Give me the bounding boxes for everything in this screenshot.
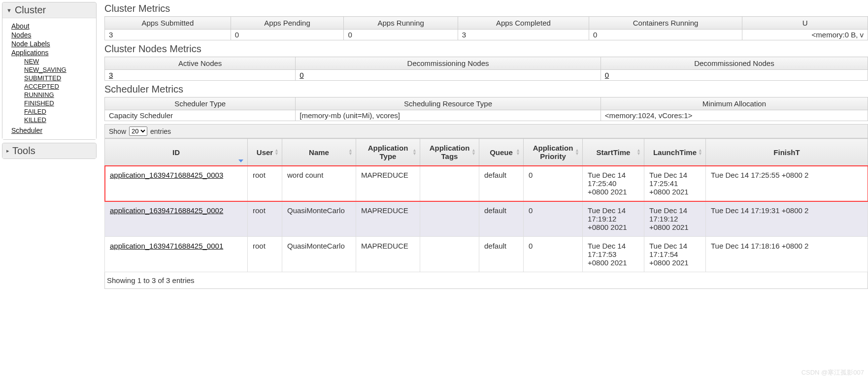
sidebar-state-new-saving[interactable]: NEW_SAVING: [24, 66, 91, 73]
col-apptype[interactable]: Application Type▲▼: [356, 139, 420, 166]
cell-queue: default: [479, 237, 524, 272]
cell-tags: [420, 237, 479, 272]
sm-v-type: Capacity Scheduler: [105, 110, 296, 121]
sidebar-state-running[interactable]: RUNNING: [24, 91, 91, 98]
triangle-right-icon: ▸: [6, 148, 9, 154]
cluster-metrics-title: Cluster Metrics: [104, 3, 868, 14]
cm-v-unknown: <memory:0 B, v: [742, 30, 868, 40]
cm-h-unknown[interactable]: U: [742, 17, 868, 30]
cell-launch: Tue Dec 14 17:17:54 +0800 2021: [644, 237, 706, 272]
sidebar-tools-box: ▸ Tools: [2, 143, 97, 159]
sm-h-minalloc[interactable]: Minimum Allocation: [601, 97, 868, 110]
cell-start: Tue Dec 14 17:19:12 +0800 2021: [583, 201, 644, 237]
cell-name: word count: [282, 166, 356, 201]
sidebar-link-scheduler[interactable]: Scheduler: [11, 127, 91, 134]
sort-icon: ▲▼: [516, 149, 520, 156]
sidebar: ▼ Cluster About Nodes Node Labels Applic…: [0, 0, 99, 289]
cell-priority: 0: [524, 201, 583, 237]
cm-v-pending: 0: [231, 30, 344, 40]
cell-type: MAPREDUCE: [356, 201, 420, 237]
nm-h-decommissioned[interactable]: Decommissioned Nodes: [601, 57, 868, 70]
sort-desc-icon: [238, 159, 243, 162]
cm-h-pending[interactable]: Apps Pending: [231, 17, 344, 30]
cell-priority: 0: [524, 237, 583, 272]
sidebar-state-finished[interactable]: FINISHED: [24, 99, 91, 107]
page-size-select[interactable]: 20: [129, 127, 147, 136]
sm-h-type[interactable]: Scheduler Type: [105, 97, 296, 110]
sidebar-link-nodes[interactable]: Nodes: [11, 31, 91, 39]
cm-v-completed: 3: [458, 30, 589, 40]
cell-name: QuasiMonteCarlo: [282, 237, 356, 272]
sidebar-cluster-toggle[interactable]: ▼ Cluster: [2, 2, 96, 18]
cell-finish: Tue Dec 14 17:25:55 +0800 2: [706, 166, 868, 201]
main-content: Cluster Metrics Apps Submitted Apps Pend…: [99, 0, 868, 289]
cm-v-containers: 0: [589, 30, 742, 40]
cm-h-completed[interactable]: Apps Completed: [458, 17, 589, 30]
cell-queue: default: [479, 201, 524, 237]
cell-user: root: [248, 201, 282, 237]
sidebar-state-accepted[interactable]: ACCEPTED: [24, 83, 91, 90]
sidebar-state-failed[interactable]: FAILED: [24, 108, 91, 115]
table-footer-info: Showing 1 to 3 of 3 entries: [104, 272, 868, 289]
col-id[interactable]: ID: [105, 139, 248, 166]
col-starttime[interactable]: StartTime▲▼: [583, 139, 644, 166]
cell-priority: 0: [524, 166, 583, 201]
col-launchtime[interactable]: LaunchTime▲▼: [644, 139, 706, 166]
cm-h-running[interactable]: Apps Running: [344, 17, 458, 30]
sort-icon: ▲▼: [471, 149, 476, 156]
show-label: Show: [109, 127, 126, 135]
cell-user: root: [248, 166, 282, 201]
sort-icon: ▲▼: [412, 149, 417, 156]
cell-queue: default: [479, 166, 524, 201]
applications-table: ID User▲▼ Name▲▼ Application Type▲▼ Appl…: [104, 138, 868, 272]
nm-h-decomm[interactable]: Decommissioning Nodes: [296, 57, 601, 70]
sidebar-tools-title: Tools: [12, 145, 35, 157]
sidebar-state-killed[interactable]: KILLED: [24, 116, 91, 124]
scheduler-metrics-table: Scheduler Type Scheduling Resource Type …: [104, 97, 868, 121]
sidebar-link-about[interactable]: About: [11, 22, 91, 30]
cm-h-containers[interactable]: Containers Running: [589, 17, 742, 30]
cell-user: root: [248, 237, 282, 272]
cell-tags: [420, 201, 479, 237]
app-id-link[interactable]: application_1639471688425_0002: [110, 206, 223, 215]
nm-h-active[interactable]: Active Nodes: [105, 57, 296, 70]
col-finishtime[interactable]: FinishT: [706, 139, 868, 166]
sidebar-state-submitted[interactable]: SUBMITTED: [24, 74, 91, 82]
app-id-link[interactable]: application_1639471688425_0003: [110, 171, 223, 179]
sm-v-resource: [memory-mb (unit=Mi), vcores]: [296, 110, 601, 121]
cell-tags: [420, 166, 479, 201]
col-queue[interactable]: Queue▲▼: [479, 139, 524, 166]
col-apptags[interactable]: Application Tags▲▼: [420, 139, 479, 166]
sidebar-tools-toggle[interactable]: ▸ Tools: [2, 143, 96, 158]
sidebar-link-applications[interactable]: Applications: [11, 49, 91, 57]
sm-v-minalloc: <memory:1024, vCores:1>: [601, 110, 868, 121]
cell-start: Tue Dec 14 17:17:53 +0800 2021: [583, 237, 644, 272]
sidebar-app-states: NEW NEW_SAVING SUBMITTED ACCEPTED RUNNIN…: [11, 58, 91, 124]
cell-type: MAPREDUCE: [356, 166, 420, 201]
sort-icon: ▲▼: [348, 149, 353, 156]
nm-v-decomm[interactable]: 0: [300, 71, 303, 79]
cm-v-submitted: 3: [105, 30, 231, 40]
nm-v-decommissioned[interactable]: 0: [605, 71, 609, 79]
app-id-link[interactable]: application_1639471688425_0001: [110, 242, 223, 250]
col-user[interactable]: User▲▼: [248, 139, 282, 166]
sm-h-resource[interactable]: Scheduling Resource Type: [296, 97, 601, 110]
table-row: application_1639471688425_0003rootword c…: [105, 166, 868, 201]
cell-finish: Tue Dec 14 17:18:16 +0800 2: [706, 237, 868, 272]
sidebar-state-new[interactable]: NEW: [24, 58, 91, 65]
cell-start: Tue Dec 14 17:25:40 +0800 2021: [583, 166, 644, 201]
sidebar-link-node-labels[interactable]: Node Labels: [11, 40, 91, 48]
table-row: application_1639471688425_0002rootQuasiM…: [105, 201, 868, 237]
entries-label: entries: [150, 127, 171, 135]
nm-v-active[interactable]: 3: [109, 71, 113, 79]
triangle-down-icon: ▼: [6, 7, 12, 13]
sort-icon: ▲▼: [636, 149, 641, 156]
sort-icon: ▲▼: [575, 149, 579, 156]
col-priority[interactable]: Application Priority▲▼: [524, 139, 583, 166]
sort-icon: ▲▼: [698, 149, 702, 156]
cm-v-running: 0: [344, 30, 458, 40]
cm-h-submitted[interactable]: Apps Submitted: [105, 17, 231, 30]
col-name[interactable]: Name▲▼: [282, 139, 356, 166]
cell-type: MAPREDUCE: [356, 237, 420, 272]
cell-launch: Tue Dec 14 17:25:41 +0800 2021: [644, 166, 706, 201]
